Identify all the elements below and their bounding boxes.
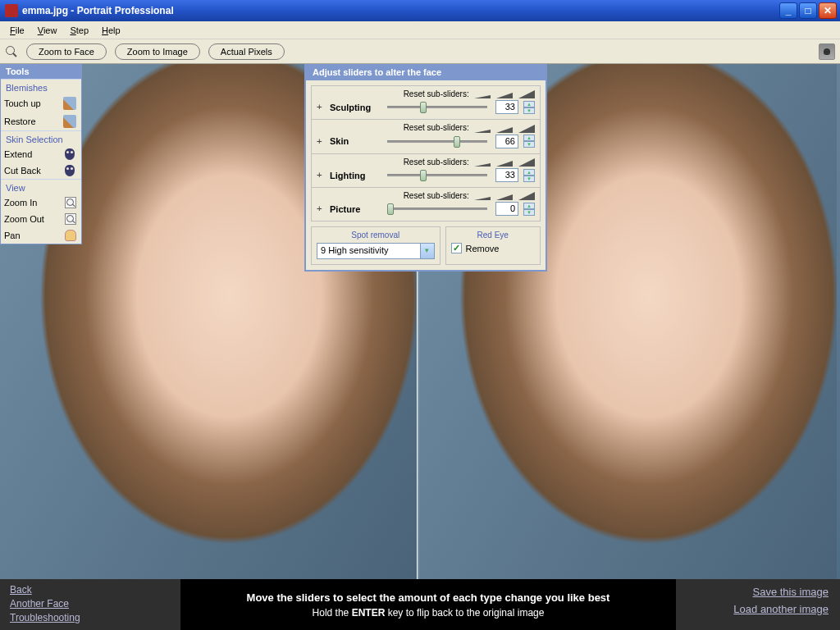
zoom-to-face-button[interactable]: Zoom to Face	[26, 43, 107, 60]
mask-icon	[65, 165, 75, 176]
spin-down-icon[interactable]: ▼	[523, 176, 535, 182]
zoom-to-image-button[interactable]: Zoom to Image	[115, 43, 200, 60]
preset-high-icon[interactable]	[518, 191, 535, 200]
pan-label: Pan	[4, 231, 21, 240]
save-image-link[interactable]: Save this image	[753, 586, 829, 598]
svg-marker-4	[496, 127, 513, 133]
spin-down-icon[interactable]: ▼	[523, 107, 535, 114]
slider-value-input[interactable]: 66	[495, 135, 518, 148]
troubleshooting-link[interactable]: Troubleshooting	[10, 612, 171, 623]
touch-up-tool[interactable]: Touch up	[1, 94, 81, 112]
extend-tool[interactable]: Extend	[1, 146, 81, 162]
spin-buttons[interactable]: ▲▼	[523, 101, 535, 114]
actual-pixels-button[interactable]: Actual Pixels	[208, 43, 285, 60]
spin-up-icon[interactable]: ▲	[523, 169, 535, 176]
view-section: View	[1, 179, 81, 194]
svg-marker-1	[496, 93, 513, 98]
back-link[interactable]: Back	[10, 584, 171, 596]
svg-marker-0	[474, 95, 491, 98]
expand-toggle[interactable]: +	[317, 102, 325, 112]
title-bar: emma.jpg - Portrait Professional _ □ ✕	[0, 0, 840, 21]
profile-icon[interactable]	[819, 43, 835, 60]
preset-low-icon[interactable]	[474, 191, 491, 200]
toolbar: Zoom to Face Zoom to Image Actual Pixels	[0, 39, 840, 64]
app-icon	[5, 4, 18, 17]
cutback-tool[interactable]: Cut Back	[1, 162, 81, 179]
reset-sub-sliders-label: Reset sub-sliders:	[317, 191, 535, 202]
preset-low-icon[interactable]	[474, 158, 491, 167]
spin-down-icon[interactable]: ▼	[523, 141, 535, 148]
spin-buttons[interactable]: ▲▼	[523, 169, 535, 182]
image-canvas: Tools Blemishes Touch up Restore Skin Se…	[0, 64, 840, 579]
menu-step[interactable]: Step	[63, 23, 95, 38]
slider-label: Lighting	[330, 171, 379, 180]
red-eye-fieldset: Red Eye ✓ Remove	[445, 226, 541, 265]
slider-value-input[interactable]: 33	[495, 100, 518, 114]
spin-up-icon[interactable]: ▲	[523, 101, 535, 107]
minimize-button[interactable]: _	[779, 2, 797, 19]
slider-thumb[interactable]	[420, 102, 427, 113]
restore-tool[interactable]: Restore	[1, 112, 81, 130]
magnifier-plus-icon	[65, 197, 76, 208]
preset-high-icon[interactable]	[518, 123, 535, 132]
preset-med-icon[interactable]	[496, 158, 513, 167]
slider-track[interactable]	[387, 208, 487, 210]
expand-toggle[interactable]: +	[317, 170, 325, 180]
spin-buttons[interactable]: ▲▼	[523, 203, 535, 216]
spin-buttons[interactable]: ▲▼	[523, 135, 535, 148]
menu-file[interactable]: File	[3, 23, 31, 38]
slider-thumb[interactable]	[454, 136, 460, 148]
preset-high-icon[interactable]	[518, 89, 535, 98]
preset-med-icon[interactable]	[496, 89, 513, 98]
reset-sub-sliders-label: Reset sub-sliders:	[317, 158, 535, 168]
slider-track[interactable]	[387, 106, 487, 108]
red-eye-checkbox[interactable]: ✓	[451, 243, 462, 253]
zoom-out-tool[interactable]: Zoom Out	[1, 211, 81, 227]
preset-low-icon[interactable]	[474, 123, 491, 132]
svg-marker-10	[496, 194, 513, 200]
adjust-panel: Adjust sliders to alter the face Reset s…	[304, 64, 547, 272]
preset-high-icon[interactable]	[518, 158, 535, 167]
tools-panel: Tools Blemishes Touch up Restore Skin Se…	[0, 64, 82, 244]
slider-value-input[interactable]: 33	[495, 168, 518, 182]
adjust-header: Adjust sliders to alter the face	[306, 64, 546, 80]
spin-up-icon[interactable]: ▲	[523, 135, 535, 141]
spot-removal-fieldset: Spot removal 9 High sensitivity ▾	[311, 226, 441, 265]
maximize-button[interactable]: □	[799, 2, 817, 19]
slider-track[interactable]	[387, 174, 487, 176]
slider-group-skin: Reset sub-sliders: + Skin 66 ▲▼	[312, 120, 540, 153]
slider-thumb[interactable]	[387, 203, 394, 215]
footer-left: Back Another Face Troubleshooting	[0, 579, 180, 630]
spin-up-icon[interactable]: ▲	[523, 203, 535, 209]
slider-value-input[interactable]: 0	[495, 202, 518, 216]
svg-marker-3	[474, 130, 491, 133]
magnifier-minus-icon	[65, 213, 76, 225]
menu-view[interactable]: View	[31, 23, 64, 38]
expand-toggle[interactable]: +	[317, 203, 325, 214]
zoom-in-tool[interactable]: Zoom In	[1, 194, 81, 211]
another-face-link[interactable]: Another Face	[10, 598, 171, 609]
close-button[interactable]: ✕	[819, 2, 837, 19]
slider-group-lighting: Reset sub-sliders: + Lighting 33 ▲▼	[312, 154, 540, 188]
expand-toggle[interactable]: +	[317, 136, 325, 147]
hint-line-2: Hold the ENTER key to flip back to the o…	[313, 607, 545, 619]
pan-tool[interactable]: Pan	[1, 227, 81, 244]
slider-track[interactable]	[387, 140, 487, 143]
spin-down-icon[interactable]: ▼	[523, 209, 535, 216]
preset-low-icon[interactable]	[474, 89, 491, 98]
preset-med-icon[interactable]	[496, 123, 513, 132]
svg-marker-9	[474, 197, 491, 200]
window-title: emma.jpg - Portrait Professional	[22, 5, 779, 16]
slider-thumb[interactable]	[420, 170, 427, 181]
spot-removal-title: Spot removal	[317, 231, 435, 240]
menu-help[interactable]: Help	[95, 23, 127, 38]
dropdown-arrow-icon[interactable]: ▾	[421, 243, 435, 259]
svg-marker-11	[518, 192, 535, 200]
magnifier-icon[interactable]	[5, 45, 18, 58]
skin-selection-section: Skin Selection	[1, 130, 81, 146]
load-image-link[interactable]: Load another image	[733, 603, 829, 615]
touch-up-label: Touch up	[4, 98, 41, 108]
spot-sensitivity-dropdown[interactable]: 9 High sensitivity ▾	[317, 243, 435, 259]
preset-med-icon[interactable]	[496, 191, 513, 200]
svg-marker-8	[518, 158, 535, 167]
